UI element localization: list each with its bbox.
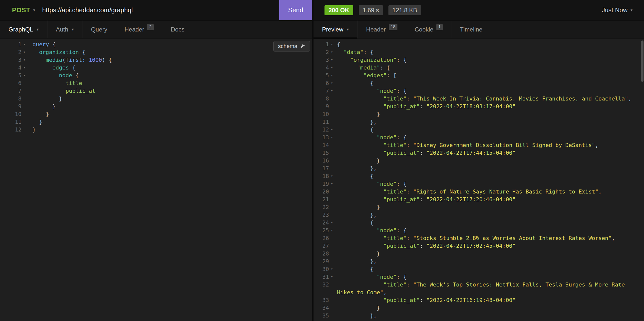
line-number: 10 [4, 110, 22, 118]
code-content: { [335, 172, 644, 180]
schema-button[interactable]: schema [273, 41, 310, 52]
status-badge: 200 OK [324, 5, 353, 15]
response-code-line: 11 }, [317, 118, 644, 126]
tab-query[interactable]: Query [82, 21, 116, 38]
query-code-line[interactable]: 10 } [4, 110, 312, 118]
line-number: 33 [317, 296, 329, 304]
query-code-line[interactable]: 12} [4, 126, 312, 134]
fold-caret-icon[interactable]: ▾ [329, 172, 335, 180]
response-code-line: 20 "title": "Rights of Nature Says Natur… [317, 188, 644, 195]
count-badge: 1 [436, 24, 443, 30]
fold-caret-icon[interactable]: ▾ [22, 41, 30, 48]
fold-caret-icon[interactable]: ▾ [329, 79, 335, 87]
fold-caret-icon[interactable]: ▾ [329, 134, 335, 141]
graphql-query-editor[interactable]: 1▾query {2▾ organization {3▾ media(first… [0, 39, 312, 321]
code-content[interactable]: } [30, 95, 312, 103]
line-number: 29 [317, 257, 329, 265]
line-number: 8 [4, 95, 22, 103]
send-button[interactable]: Send [279, 0, 312, 20]
fold-caret-icon[interactable]: ▾ [329, 319, 335, 321]
response-code-line: 5▾ "edges": [ [317, 72, 644, 79]
tab-label: Auth [56, 26, 68, 33]
query-code-line[interactable]: 5▾ node { [4, 72, 312, 79]
line-number: 20 [317, 188, 329, 195]
code-content[interactable]: public_at [30, 87, 312, 95]
method-selector[interactable]: POST ▾ [12, 6, 35, 14]
fold-caret-icon[interactable]: ▾ [22, 48, 30, 56]
tab-response-header[interactable]: Header 18 [358, 21, 406, 38]
fold-caret-icon[interactable]: ▾ [329, 226, 335, 234]
code-content: "title": "The Week's Top Stories: Netfli… [335, 281, 644, 296]
code-content[interactable]: } [30, 110, 312, 118]
line-number: 14 [317, 141, 329, 149]
fold-caret-icon[interactable]: ▾ [22, 64, 30, 72]
code-content[interactable]: query { [30, 41, 312, 48]
code-content[interactable]: organization { [30, 48, 312, 56]
tab-label: GraphQL [8, 26, 33, 33]
fold-caret-icon[interactable]: ▾ [329, 56, 335, 64]
code-content[interactable]: } [30, 118, 312, 126]
tab-timeline[interactable]: Timeline [452, 21, 491, 38]
fold-caret-icon[interactable]: ▾ [22, 72, 30, 79]
tab-preview[interactable]: Preview ▾ [314, 21, 358, 38]
code-content: "title": "Stocks Stumble 2.8% as Worries… [335, 234, 644, 242]
line-number: 5 [4, 72, 22, 79]
query-code-line[interactable]: 9 } [4, 103, 312, 110]
fold-caret-icon[interactable]: ▾ [329, 41, 335, 48]
tab-header[interactable]: Header 2 [116, 21, 162, 38]
query-code-line[interactable]: 3▾ media(first: 1000) { [4, 56, 312, 64]
fold-caret-icon[interactable]: ▾ [329, 72, 335, 79]
code-content: "node": { [335, 226, 644, 234]
line-number: 34 [317, 304, 329, 312]
line-number: 3 [317, 56, 329, 64]
fold-caret-icon[interactable]: ▾ [329, 273, 335, 281]
line-number: 24 [317, 219, 329, 226]
fold-caret-icon[interactable]: ▾ [329, 219, 335, 226]
response-history-dropdown[interactable]: Just Now ▾ [602, 7, 632, 14]
fold-caret-icon[interactable]: ▾ [329, 180, 335, 188]
query-code-line[interactable]: 2▾ organization { [4, 48, 312, 56]
code-content[interactable]: } [30, 103, 312, 110]
query-code-line[interactable]: 11 } [4, 118, 312, 126]
response-code-line: 1▾{ [317, 41, 644, 48]
line-number: 23 [317, 211, 329, 219]
line-number: 9 [4, 103, 22, 110]
response-code-line: 21 "public_at": "2022-04-22T17:20:46-04:… [317, 195, 644, 203]
count-badge: 2 [147, 24, 154, 30]
response-code-line: 8 "title": "This Week In Trivia: Cannabi… [317, 95, 644, 103]
tab-label: Preview [322, 26, 343, 33]
code-content[interactable]: edges { [30, 64, 312, 72]
response-code-line: 28 } [317, 250, 644, 257]
tab-label: Cookie [415, 26, 434, 33]
code-content[interactable]: } [30, 126, 312, 134]
query-code-area[interactable]: 1▾query {2▾ organization {3▾ media(first… [0, 39, 312, 134]
response-code-line: 32 "title": "The Week's Top Stories: Net… [317, 281, 644, 296]
tab-graphql[interactable]: GraphQL ▾ [0, 21, 48, 38]
fold-caret-icon[interactable]: ▾ [329, 48, 335, 56]
code-content[interactable]: title [30, 79, 312, 87]
code-content: "organization": { [335, 56, 644, 64]
fold-caret-icon[interactable]: ▾ [329, 126, 335, 134]
fold-caret-icon[interactable]: ▾ [329, 265, 335, 273]
scrollbar[interactable] [640, 39, 644, 321]
line-number: 7 [4, 87, 22, 95]
code-content[interactable]: media(first: 1000) { [30, 56, 312, 64]
fold-caret-icon[interactable]: ▾ [22, 56, 30, 64]
fold-caret-icon[interactable]: ▾ [329, 64, 335, 72]
code-content[interactable]: node { [30, 72, 312, 79]
scrollbar-thumb[interactable] [641, 41, 644, 82]
fold-caret-icon[interactable]: ▾ [329, 87, 335, 95]
url-input[interactable]: https://api.cheddar.com/graphql [42, 6, 279, 14]
tab-docs[interactable]: Docs [162, 21, 193, 38]
query-code-line[interactable]: 7 public_at [4, 87, 312, 95]
tab-cookie[interactable]: Cookie 1 [406, 21, 452, 38]
line-number: 25 [317, 226, 329, 234]
query-code-line[interactable]: 1▾query { [4, 41, 312, 48]
chevron-down-icon: ▾ [37, 28, 39, 32]
tab-auth[interactable]: Auth ▾ [48, 21, 82, 38]
query-code-line[interactable]: 4▾ edges { [4, 64, 312, 72]
query-code-line[interactable]: 8 } [4, 95, 312, 103]
response-code-line: 33 "public_at": "2022-04-22T16:19:48-04:… [317, 296, 644, 304]
query-code-line[interactable]: 6 title [4, 79, 312, 87]
line-number: 15 [317, 149, 329, 157]
